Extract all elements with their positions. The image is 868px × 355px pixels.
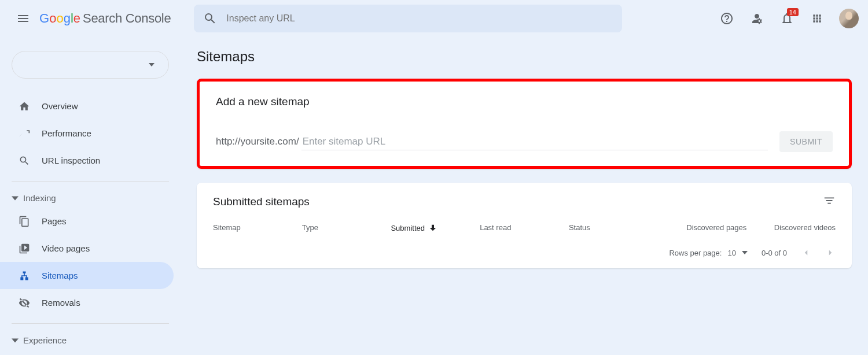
column-status[interactable]: Status <box>569 223 658 232</box>
pages-icon <box>19 216 30 227</box>
sidebar-item-sitemaps[interactable]: Sitemaps <box>0 262 174 289</box>
sidebar-item-label: URL inspection <box>42 156 100 165</box>
logo-suffix: Search Console <box>83 11 171 26</box>
column-discovered-videos[interactable]: Discovered videos <box>746 223 836 232</box>
column-sitemap[interactable]: Sitemap <box>213 223 302 232</box>
trending-icon <box>19 128 30 139</box>
table-header: Sitemap Type Submitted Last read Status … <box>197 214 852 242</box>
property-selector[interactable] <box>12 51 169 79</box>
sidebar-item-video-pages[interactable]: Video pages <box>0 235 174 262</box>
sidebar-item-label: Sitemaps <box>42 271 78 280</box>
table-footer: Rows per page: 10 0-0 of 0 <box>197 242 852 268</box>
column-label: Submitted <box>391 224 425 232</box>
removal-icon <box>19 297 30 309</box>
apps-icon[interactable] <box>804 6 830 31</box>
divider <box>12 323 169 324</box>
column-last-read[interactable]: Last read <box>480 223 569 232</box>
menu-icon[interactable] <box>9 5 37 32</box>
sidebar-item-removals[interactable]: Removals <box>0 289 174 316</box>
sidebar: Overview Performance URL inspection Inde… <box>0 37 181 355</box>
help-icon[interactable] <box>714 6 740 31</box>
card-title: Add a new sitemap <box>216 95 833 108</box>
sidebar-item-overview[interactable]: Overview <box>0 93 174 120</box>
avatar[interactable] <box>839 9 859 28</box>
sidebar-item-label: Overview <box>42 101 78 111</box>
sidebar-section-indexing[interactable]: Indexing <box>0 188 181 208</box>
search-icon <box>203 12 217 25</box>
rows-per-page[interactable]: Rows per page: 10 <box>669 249 748 257</box>
pagination-range: 0-0 of 0 <box>762 249 787 257</box>
sitemap-icon <box>19 270 30 282</box>
chevron-down-icon <box>149 63 155 66</box>
page-title: Sitemaps <box>197 37 852 79</box>
chevron-down-icon <box>742 251 748 254</box>
sidebar-item-url-inspection[interactable]: URL inspection <box>0 147 174 174</box>
sitemap-url-input[interactable] <box>301 134 768 150</box>
chevron-right-icon[interactable] <box>825 247 836 258</box>
section-label: Indexing <box>23 193 56 203</box>
notification-badge: 14 <box>787 8 799 16</box>
search-input[interactable] <box>226 13 613 24</box>
section-label: Experience <box>23 335 67 345</box>
header: Google Search Console 14 <box>0 0 868 37</box>
submit-button[interactable]: SUBMIT <box>779 131 833 152</box>
url-prefix: http://yoursite.com/ <box>216 136 299 147</box>
google-logo: Google <box>39 11 80 26</box>
notifications-icon[interactable]: 14 <box>774 6 800 31</box>
card-title: Submitted sitemaps <box>213 195 310 208</box>
chevron-left-icon[interactable] <box>801 247 811 258</box>
sidebar-item-pages[interactable]: Pages <box>0 208 174 235</box>
sidebar-item-label: Video pages <box>42 243 90 253</box>
search-bar[interactable] <box>194 5 622 32</box>
chevron-down-icon <box>12 195 19 202</box>
sidebar-item-label: Pages <box>42 216 67 226</box>
sidebar-item-performance[interactable]: Performance <box>0 120 174 147</box>
column-discovered-pages[interactable]: Discovered pages <box>658 223 747 232</box>
filter-icon[interactable] <box>823 194 836 209</box>
content: Overview Performance URL inspection Inde… <box>0 37 868 355</box>
submitted-sitemaps-card: Submitted sitemaps Sitemap Type Submitte… <box>197 183 852 268</box>
chevron-down-icon <box>12 337 19 344</box>
sidebar-item-label: Performance <box>42 128 91 138</box>
arrow-down-icon <box>428 223 437 232</box>
main: Sitemaps Add a new sitemap http://yoursi… <box>181 37 868 355</box>
column-type[interactable]: Type <box>302 223 391 232</box>
header-icons: 14 <box>691 6 859 31</box>
divider <box>12 181 169 182</box>
home-icon <box>19 101 30 112</box>
users-icon[interactable] <box>744 6 770 31</box>
sidebar-section-experience[interactable]: Experience <box>0 331 181 350</box>
logo[interactable]: Google Search Console <box>39 11 171 26</box>
rows-value: 10 <box>727 249 735 257</box>
sitemap-input-row: http://yoursite.com/ SUBMIT <box>216 131 833 152</box>
rows-label: Rows per page: <box>669 249 722 257</box>
sidebar-item-label: Removals <box>42 298 80 308</box>
add-sitemap-card: Add a new sitemap http://yoursite.com/ S… <box>197 79 852 169</box>
search-icon <box>19 155 30 167</box>
video-icon <box>19 243 30 254</box>
pagination-nav <box>801 247 836 258</box>
column-submitted[interactable]: Submitted <box>391 223 480 232</box>
